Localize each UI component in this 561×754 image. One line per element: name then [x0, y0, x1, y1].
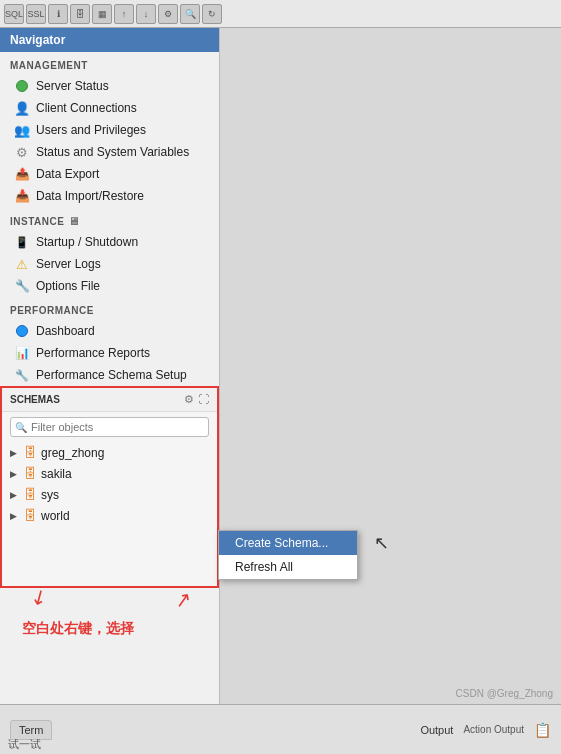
nav-options-file[interactable]: 🔧 Options File — [0, 275, 219, 297]
schema-db-icon-sakila: 🗄 — [24, 466, 37, 481]
nav-startup-shutdown-label: Startup / Shutdown — [36, 235, 138, 249]
schemas-expand-icon[interactable]: ⛶ — [198, 393, 209, 406]
nav-dashboard-label: Dashboard — [36, 324, 95, 338]
status-system-icon: ⚙ — [14, 144, 30, 160]
main-area: Navigator MANAGEMENT Server Status 👤 Cli… — [0, 28, 561, 754]
navigator-panel: Navigator MANAGEMENT Server Status 👤 Cli… — [0, 28, 220, 754]
schema-db-icon-world: 🗄 — [24, 508, 37, 523]
nav-options-file-label: Options File — [36, 279, 100, 293]
schema-item-greg-zhong[interactable]: ▶ 🗄 greg_zhong — [2, 442, 217, 463]
annotation-text: 空白处右键，选择 — [22, 620, 134, 638]
schema-db-icon-sys: 🗄 — [24, 487, 37, 502]
options-file-icon: 🔧 — [14, 278, 30, 294]
schema-arrow-sakila: ▶ — [10, 469, 20, 479]
schema-arrow-sys: ▶ — [10, 490, 20, 500]
schemas-toolbar: ⚙ ⛶ — [184, 393, 209, 406]
server-status-icon — [14, 78, 30, 94]
filter-box: 🔍 — [10, 417, 209, 437]
nav-client-connections[interactable]: 👤 Client Connections — [0, 97, 219, 119]
schemas-refresh-icon[interactable]: ⚙ — [184, 393, 194, 406]
nav-data-export-label: Data Export — [36, 167, 99, 181]
schemas-header: SCHEMAS ⚙ ⛶ — [2, 388, 217, 412]
instance-icon: 🖥 — [68, 215, 80, 227]
context-menu: Create Schema... Refresh All — [218, 530, 358, 580]
nav-status-system-label: Status and System Variables — [36, 145, 189, 159]
action-output-label: Action Output — [463, 724, 524, 735]
toolbar-db-icon[interactable]: 🗄 — [70, 4, 90, 24]
management-section-label: MANAGEMENT — [0, 52, 219, 75]
users-privileges-icon: 👥 — [14, 122, 30, 138]
schema-arrow-greg-zhong: ▶ — [10, 448, 20, 458]
nav-startup-shutdown[interactable]: 📱 Startup / Shutdown — [0, 231, 219, 253]
right-panel — [220, 28, 561, 754]
nav-server-logs[interactable]: ⚠ Server Logs — [0, 253, 219, 275]
nav-data-import-label: Data Import/Restore — [36, 189, 144, 203]
toolbar-export-icon[interactable]: ↑ — [114, 4, 134, 24]
watermark: CSDN @Greg_Zhong — [456, 688, 553, 699]
context-menu-create-schema[interactable]: Create Schema... — [219, 531, 357, 555]
schema-name-sakila: sakila — [41, 467, 72, 481]
schema-db-icon-greg-zhong: 🗄 — [24, 445, 37, 460]
nav-data-export[interactable]: 📤 Data Export — [0, 163, 219, 185]
nav-server-logs-label: Server Logs — [36, 257, 101, 271]
filter-input[interactable] — [10, 417, 209, 437]
action-output-icon: 📋 — [534, 722, 551, 738]
toolbar-grid-icon[interactable]: ▦ — [92, 4, 112, 24]
toolbar-search-icon[interactable]: 🔍 — [180, 4, 200, 24]
performance-reports-icon: 📊 — [14, 345, 30, 361]
filter-search-icon: 🔍 — [15, 422, 27, 433]
nav-performance-schema-label: Performance Schema Setup — [36, 368, 187, 382]
schemas-title: SCHEMAS — [10, 394, 60, 405]
toolbar-ssl-icon[interactable]: SSL — [26, 4, 46, 24]
nav-client-connections-label: Client Connections — [36, 101, 137, 115]
try-label: 试一试 — [8, 737, 41, 752]
schema-arrow-world: ▶ — [10, 511, 20, 521]
schemas-section: SCHEMAS ⚙ ⛶ 🔍 ▶ 🗄 greg_zhong ▶ 🗄 sakila — [0, 386, 219, 588]
nav-users-privileges-label: Users and Privileges — [36, 123, 146, 137]
output-label: Output — [420, 724, 453, 736]
schema-item-sys[interactable]: ▶ 🗄 sys — [2, 484, 217, 505]
toolbar-import-icon[interactable]: ↓ — [136, 4, 156, 24]
toolbar-refresh-icon[interactable]: ↻ — [202, 4, 222, 24]
schemas-spacer — [2, 526, 217, 586]
bottom-bar: Term Output Action Output 📋 — [0, 704, 561, 754]
schema-item-world[interactable]: ▶ 🗄 world — [2, 505, 217, 526]
toolbar-info-icon[interactable]: ℹ — [48, 4, 68, 24]
schema-name-world: world — [41, 509, 70, 523]
navigator-header: Navigator — [0, 28, 219, 52]
toolbar-sql-icon[interactable]: SQL — [4, 4, 24, 24]
toolbar: SQL SSL ℹ 🗄 ▦ ↑ ↓ ⚙ 🔍 ↻ — [0, 0, 561, 28]
instance-section-label: INSTANCE 🖥 — [0, 207, 219, 231]
nav-status-system[interactable]: ⚙ Status and System Variables — [0, 141, 219, 163]
client-connections-icon: 👤 — [14, 100, 30, 116]
schema-item-sakila[interactable]: ▶ 🗄 sakila — [2, 463, 217, 484]
context-menu-refresh-all[interactable]: Refresh All — [219, 555, 357, 579]
schema-name-sys: sys — [41, 488, 59, 502]
data-export-icon: 📤 — [14, 166, 30, 182]
startup-icon: 📱 — [14, 234, 30, 250]
server-logs-icon: ⚠ — [14, 256, 30, 272]
nav-server-status[interactable]: Server Status — [0, 75, 219, 97]
toolbar-settings-icon[interactable]: ⚙ — [158, 4, 178, 24]
dashboard-icon — [14, 323, 30, 339]
nav-dashboard[interactable]: Dashboard — [0, 320, 219, 342]
schema-name-greg-zhong: greg_zhong — [41, 446, 104, 460]
nav-data-import[interactable]: 📥 Data Import/Restore — [0, 185, 219, 207]
performance-schema-icon: 🔧 — [14, 367, 30, 383]
nav-performance-reports[interactable]: 📊 Performance Reports — [0, 342, 219, 364]
performance-section-label: PERFORMANCE — [0, 297, 219, 320]
data-import-icon: 📥 — [14, 188, 30, 204]
navigator-title: Navigator — [10, 33, 65, 47]
nav-users-privileges[interactable]: 👥 Users and Privileges — [0, 119, 219, 141]
nav-performance-reports-label: Performance Reports — [36, 346, 150, 360]
nav-performance-schema[interactable]: 🔧 Performance Schema Setup — [0, 364, 219, 386]
nav-server-status-label: Server Status — [36, 79, 109, 93]
